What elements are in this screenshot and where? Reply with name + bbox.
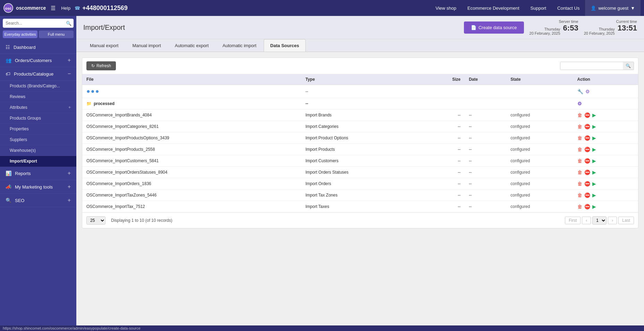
- sidebar-item-seo[interactable]: 🔍 SEO +: [0, 194, 76, 207]
- action-cell: 🗑 ⛔ ▶: [573, 167, 638, 178]
- play-icon[interactable]: ▶: [592, 147, 596, 152]
- stop-icon[interactable]: ⛔: [584, 147, 590, 152]
- logo-area: osc oscommerce ☰: [3, 3, 56, 13]
- file-cell: OSCommerce_ImportBrands_4084: [82, 110, 301, 121]
- state-cell: configured: [506, 144, 573, 155]
- size-cell: --: [425, 110, 465, 121]
- sidebar-item-products-brands[interactable]: Products (Brands/Catego...: [0, 81, 76, 92]
- type-cell: Import Tax Zones: [301, 190, 425, 201]
- full-menu-button[interactable]: Full menu: [39, 31, 74, 38]
- play-icon[interactable]: ▶: [592, 192, 596, 198]
- help-link[interactable]: Help: [61, 6, 70, 11]
- sidebar-item-attributes[interactable]: Attributes +: [0, 102, 76, 113]
- tab-automatic-export[interactable]: Automatic export: [168, 39, 215, 52]
- sidebar-item-reviews[interactable]: Reviews: [0, 92, 76, 102]
- hamburger-menu[interactable]: ☰: [51, 5, 56, 11]
- stop-icon[interactable]: ⛔: [584, 181, 590, 186]
- play-icon[interactable]: ▶: [592, 204, 596, 209]
- sidebar-item-warehouses[interactable]: Warehouse(s): [0, 145, 76, 156]
- delete-icon[interactable]: 🗑: [577, 158, 582, 164]
- table-search-input[interactable]: [560, 62, 623, 70]
- sidebar-item-dashboard[interactable]: ☷ Dashboard: [0, 41, 76, 54]
- stop-icon[interactable]: ⛔: [584, 124, 590, 129]
- play-icon[interactable]: ▶: [592, 181, 596, 186]
- next-page-button[interactable]: ›: [608, 217, 617, 224]
- prev-page-button[interactable]: ‹: [582, 217, 591, 224]
- size-cell: --: [425, 155, 465, 167]
- date-cell: [465, 85, 506, 98]
- state-cell: configured: [506, 167, 573, 178]
- delete-icon[interactable]: 🗑: [577, 124, 582, 129]
- stop-icon[interactable]: ⛔: [584, 204, 590, 209]
- plus-icon: +: [68, 197, 71, 203]
- delete-icon[interactable]: 🗑: [577, 181, 582, 186]
- delete-icon[interactable]: 🗑: [577, 192, 582, 198]
- create-data-source-button[interactable]: 📄 Create data source: [464, 21, 524, 34]
- ecommerce-dev-link[interactable]: Ecommerce Development: [462, 0, 525, 16]
- welcome-guest-link[interactable]: 👤 welcome guest ▼: [585, 0, 641, 16]
- first-page-button[interactable]: First: [565, 217, 581, 224]
- delete-icon[interactable]: 🗑: [577, 112, 582, 118]
- delete-icon[interactable]: 🗑: [577, 169, 582, 175]
- tab-data-sources[interactable]: Data Sources: [264, 39, 306, 52]
- sidebar-item-orders[interactable]: 👥 Orders/Customers +: [0, 54, 76, 67]
- play-icon[interactable]: ▶: [592, 135, 596, 141]
- stop-icon[interactable]: ⛔: [584, 169, 590, 175]
- stop-icon[interactable]: ⛔: [584, 192, 590, 198]
- play-icon[interactable]: ▶: [592, 169, 596, 175]
- tag-icon: 🏷: [6, 71, 10, 77]
- display-info: Displaying 1 to 10 (of 10 records): [111, 218, 172, 223]
- refresh-button[interactable]: ↻ Refresh: [86, 61, 116, 70]
- delete-icon[interactable]: 🗑: [577, 135, 582, 141]
- sidebar-item-suppliers[interactable]: Suppliers: [0, 134, 76, 145]
- state-cell: configured: [506, 190, 573, 201]
- sidebar-item-label: My Marketing tools: [15, 184, 68, 190]
- table-search-button[interactable]: 🔍: [623, 62, 634, 70]
- file-cell: OSCommerce_ImportCategories_8261: [82, 121, 301, 132]
- action-cell: 🗑 ⛔ ▶: [573, 178, 638, 190]
- table-row: OSCommerce_ImportTaxZones_5446 Import Ta…: [82, 190, 638, 201]
- stop-icon[interactable]: ⛔: [584, 158, 590, 164]
- view-shop-link[interactable]: View shop: [430, 0, 462, 16]
- search-input[interactable]: [3, 19, 74, 28]
- state-cell: configured: [506, 110, 573, 121]
- stop-icon[interactable]: ⛔: [584, 135, 590, 141]
- delete-icon[interactable]: 🗑: [577, 204, 582, 209]
- state-cell: [506, 85, 573, 98]
- date-cell: --: [465, 190, 506, 201]
- gear-icon[interactable]: ⚙: [585, 89, 590, 94]
- state-badge: configured: [510, 136, 530, 140]
- page-select[interactable]: 1: [592, 216, 607, 225]
- sidebar-item-products-groups[interactable]: Products Groups: [0, 113, 76, 124]
- play-icon[interactable]: ▶: [592, 112, 596, 118]
- tab-manual-export[interactable]: Manual export: [83, 39, 125, 52]
- wrench-icon[interactable]: 🔧: [577, 89, 583, 94]
- sidebar-buttons: Everyday activities Full menu: [0, 31, 76, 41]
- sidebar-sub-label: Attributes: [10, 105, 27, 110]
- sidebar-item-reports[interactable]: 📊 Reports +: [0, 167, 76, 180]
- users-icon: 👥: [6, 58, 11, 63]
- state-cell: configured: [506, 201, 573, 212]
- sidebar-item-marketing[interactable]: 📣 My Marketing tools +: [0, 180, 76, 194]
- stop-icon[interactable]: ⛔: [584, 112, 590, 118]
- tab-manual-import[interactable]: Manual import: [126, 39, 167, 52]
- sidebar-item-import-export[interactable]: Import/Export: [0, 156, 76, 167]
- size-cell: --: [425, 178, 465, 190]
- contact-us-link[interactable]: Contact Us: [552, 0, 585, 16]
- table-row: OSCommerce_ImportCategories_8261 Import …: [82, 121, 638, 132]
- last-page-button[interactable]: Last: [618, 217, 634, 224]
- welcome-text: welcome guest: [598, 6, 628, 11]
- per-page-select[interactable]: 25 50 100: [86, 216, 105, 225]
- tab-automatic-import[interactable]: Automatic import: [216, 39, 263, 52]
- svg-text:osc: osc: [5, 6, 12, 10]
- support-link[interactable]: Support: [525, 0, 552, 16]
- date-cell: --: [465, 178, 506, 190]
- gear-icon[interactable]: ⚙: [577, 101, 582, 106]
- everyday-activities-button[interactable]: Everyday activities: [3, 31, 37, 38]
- sidebar-item-products-catalogue[interactable]: 🏷 Products/Catalogue −: [0, 67, 76, 81]
- play-icon[interactable]: ▶: [592, 124, 596, 129]
- main-layout: 🔍 Everyday activities Full menu ☷ Dashbo…: [0, 16, 644, 325]
- delete-icon[interactable]: 🗑: [577, 147, 582, 152]
- play-icon[interactable]: ▶: [592, 158, 596, 164]
- sidebar-item-properties[interactable]: Properties: [0, 124, 76, 134]
